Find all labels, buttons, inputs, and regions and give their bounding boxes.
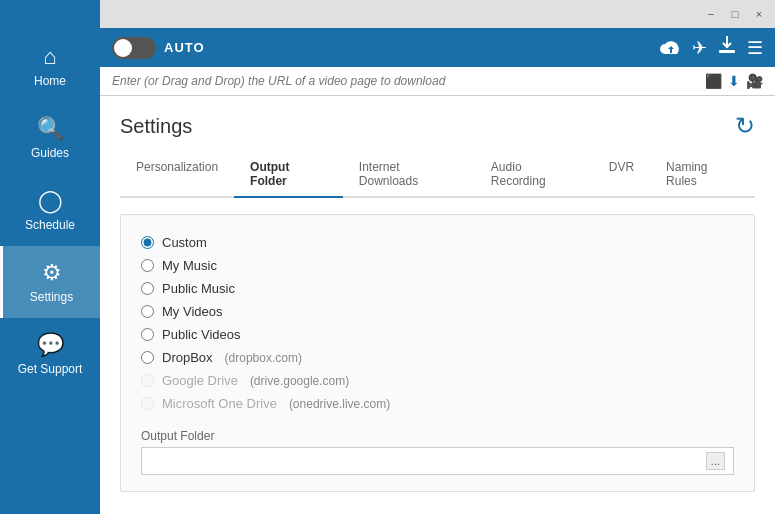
settings-icon: ⚙ [42,260,62,286]
tab-audio-recording[interactable]: Audio Recording [475,152,593,198]
option-custom: Custom [141,231,734,254]
output-folder-panel: Custom My Music Public Music My Videos P… [120,214,755,492]
output-folder-label: Output Folder [141,429,734,443]
google-drive-sub: (drive.google.com) [250,374,349,388]
support-icon: 💬 [37,332,64,358]
menu-icon[interactable]: ☰ [747,37,763,59]
home-icon: ⌂ [43,44,56,70]
urlbar: ⬛ ⬇ 🎥 [100,67,775,96]
urlbar-icons: ⬛ ⬇ 🎥 [705,73,763,89]
tabs: Personalization Output Folder Internet D… [120,152,755,198]
radio-my-videos[interactable] [141,305,154,318]
reset-button[interactable]: ↺ [735,112,755,140]
option-public-music: Public Music [141,277,734,300]
sidebar-item-home[interactable]: ⌂ Home [0,30,100,102]
content-area: Settings ↺ Personalization Output Folder… [100,96,775,514]
guides-icon: 🔍 [37,116,64,142]
paste-icon[interactable]: ⬛ [705,73,722,89]
main-area: − □ × AUTO ✈ [100,0,775,514]
radio-my-music[interactable] [141,259,154,272]
output-folder-section: Output Folder ... [141,429,734,475]
sidebar: ⌂ Home 🔍 Guides ◯ Schedule ⚙ Settings 💬 … [0,0,100,514]
toggle-thumb [114,39,132,57]
option-google-drive: Google Drive (drive.google.com) [141,369,734,392]
maximize-button[interactable]: □ [727,6,743,22]
sidebar-item-guides[interactable]: 🔍 Guides [0,102,100,174]
dropbox-sub: (dropbox.com) [225,351,302,365]
tab-personalization[interactable]: Personalization [120,152,234,198]
onedrive-sub: (onedrive.live.com) [289,397,390,411]
minimize-button[interactable]: − [703,6,719,22]
radio-public-videos[interactable] [141,328,154,341]
toolbar-icons: ✈ ☰ [660,36,763,59]
label-my-music[interactable]: My Music [162,258,217,273]
sidebar-item-label: Schedule [25,218,75,232]
tab-internet-downloads[interactable]: Internet Downloads [343,152,475,198]
radio-google-drive[interactable] [141,374,154,387]
radio-public-music[interactable] [141,282,154,295]
sidebar-item-label: Guides [31,146,69,160]
sidebar-item-label: Get Support [18,362,83,376]
tab-naming-rules[interactable]: Naming Rules [650,152,755,198]
output-folder-field[interactable] [150,454,706,468]
label-custom[interactable]: Custom [162,235,207,250]
label-my-videos[interactable]: My Videos [162,304,222,319]
cloud-icon[interactable] [660,36,682,59]
settings-title: Settings [120,115,192,138]
download-icon[interactable] [717,36,737,59]
titlebar: − □ × [100,0,775,28]
sidebar-item-label: Settings [30,290,73,304]
auto-toggle[interactable]: AUTO [112,37,205,59]
option-microsoft-onedrive: Microsoft One Drive (onedrive.live.com) [141,392,734,415]
label-microsoft-onedrive[interactable]: Microsoft One Drive [162,396,277,411]
label-public-music[interactable]: Public Music [162,281,235,296]
sidebar-item-get-support[interactable]: 💬 Get Support [0,318,100,390]
sidebar-item-settings[interactable]: ⚙ Settings [0,246,100,318]
toggle-track[interactable] [112,37,156,59]
svg-rect-0 [719,50,735,53]
browse-button[interactable]: ... [706,452,725,470]
sidebar-item-schedule[interactable]: ◯ Schedule [0,174,100,246]
option-dropbox: DropBox (dropbox.com) [141,346,734,369]
camera-icon[interactable]: 🎥 [746,73,763,89]
schedule-icon: ◯ [38,188,63,214]
tab-dvr[interactable]: DVR [593,152,650,198]
radio-dropbox[interactable] [141,351,154,364]
radio-custom[interactable] [141,236,154,249]
pin-icon[interactable]: ✈ [692,37,707,59]
output-folder-input-wrapper: ... [141,447,734,475]
label-dropbox[interactable]: DropBox [162,350,213,365]
settings-header: Settings ↺ [120,112,755,140]
radio-microsoft-onedrive[interactable] [141,397,154,410]
option-my-music: My Music [141,254,734,277]
toolbar: AUTO ✈ ☰ [100,28,775,67]
sidebar-item-label: Home [34,74,66,88]
auto-label: AUTO [164,40,205,55]
label-public-videos[interactable]: Public Videos [162,327,241,342]
url-input[interactable] [112,74,697,88]
option-public-videos: Public Videos [141,323,734,346]
urlbar-download-icon[interactable]: ⬇ [728,73,740,89]
close-button[interactable]: × [751,6,767,22]
tab-output-folder[interactable]: Output Folder [234,152,343,198]
label-google-drive[interactable]: Google Drive [162,373,238,388]
option-my-videos: My Videos [141,300,734,323]
